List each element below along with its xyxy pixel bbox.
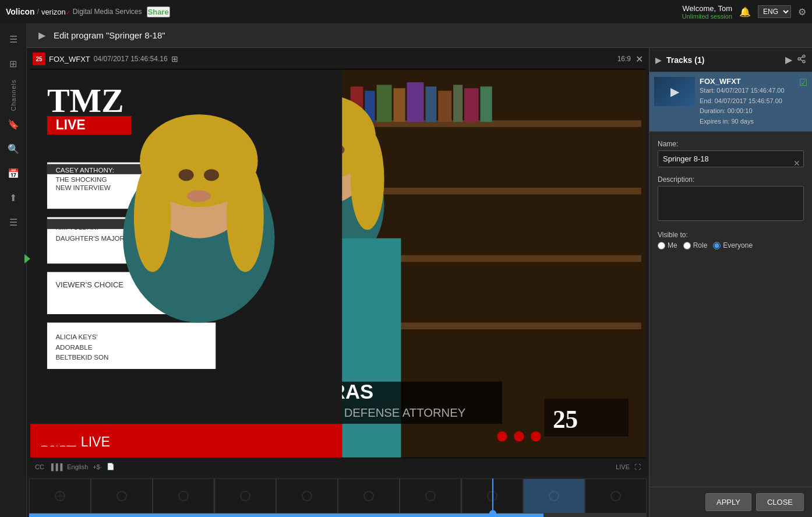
sidebar-item-menu[interactable]: ☰ [2,28,24,50]
settings-icon[interactable]: ⚙ [798,6,806,17]
video-topbar: 25 FOX_WFXT 04/07/2017 15:46:54.16 ⊞ 16:… [30,51,645,66]
lang-label[interactable]: English [67,463,88,470]
tracks-share-button[interactable] [797,54,806,66]
name-input-wrapper: ✕ [658,150,804,175]
svg-text:ALICIA KEYS': ALICIA KEYS' [55,333,97,340]
track-checkbox[interactable]: ☑ [799,77,807,126]
svg-text:THE SHOCKING: THE SHOCKING [55,176,107,183]
sidebar-item-calendar[interactable]: 📅 [2,162,24,184]
timeline-marker[interactable] [492,479,493,514]
radio-role-label[interactable]: Role [683,241,708,249]
fullscreen-icon[interactable]: ⛶ [634,463,641,470]
sidebar-item-search[interactable]: 🔍 [2,138,24,160]
svg-point-75 [803,55,805,57]
form-section: Name: ✕ Description: Visible to: Me [649,132,812,487]
track-item: ▶ FOX_WFXT Start: 04/07/2017 15:46:47.00… [649,72,812,132]
tracks-title: Tracks (1) [666,55,781,65]
bookmark-icon: 🔖 [8,119,19,130]
sidebar: ☰ ⊞ Channels 🔖 🔍 📅 ⬆ ☰ [0,23,27,517]
film-frame [276,479,338,514]
svg-rect-8 [377,85,392,122]
svg-text:25: 25 [553,405,578,433]
sidebar-item-bookmark[interactable]: 🔖 [2,113,24,135]
timeline-progress-fill [29,514,543,517]
aspect-ratio-label: 16:9 [617,55,631,63]
topbar-left: Volicon / verizon✓ Digital Media Service… [6,6,170,17]
track-thumb-play-icon: ▶ [670,85,679,99]
radio-everyone-label[interactable]: Everyone [713,241,753,249]
lang-select[interactable]: ENG [758,5,791,18]
content: ▶ Edit program "Springer 8-18" 25 FOX_WF… [27,23,812,517]
track-expires: Expires in: 90 days [700,117,795,127]
upload-icon: ⬆ [9,192,17,203]
radio-me[interactable] [658,242,665,249]
svg-text:LIVE: LIVE [55,117,85,132]
track-channel-name: FOX_WFXT [700,77,795,86]
video-close-button[interactable]: ✕ [636,54,643,65]
radio-me-label[interactable]: Me [658,241,677,249]
svg-text:ADORABLE: ADORABLE [55,344,92,351]
svg-rect-11 [425,86,436,122]
svg-text:LIVE: LIVE [81,434,110,449]
svg-point-63 [514,431,524,441]
main-container: ☰ ⊞ Channels 🔖 🔍 📅 ⬆ ☰ ▶ Edit program "S… [0,23,812,517]
channel-name: FOX_WFXT [49,55,90,64]
svg-rect-14 [464,88,479,122]
tracks-expand-icon[interactable]: ▶ [655,55,662,65]
apply-button[interactable]: APPLY [705,493,751,511]
svg-point-74 [611,491,620,501]
logo-volicon: Volicon [6,7,35,16]
radio-role[interactable] [683,242,691,249]
sidebar-item-list[interactable]: ☰ [2,211,24,233]
description-textarea[interactable] [658,186,804,221]
logo-slash: / [37,8,39,16]
svg-point-55 [187,190,211,202]
sidebar-item-grid[interactable]: ⊞ [2,52,24,75]
control-bar: CC ▐▐▐ English +$· 📄 LIVE ⛶ [30,460,645,473]
channel-badge: 25 [33,52,45,65]
timeline-progress[interactable] [29,514,647,517]
film-frame [153,479,214,514]
svg-text:NEW INTERVIEW: NEW INTERVIEW [55,184,110,191]
svg-point-68 [241,491,250,501]
name-clear-button[interactable]: ✕ [793,159,800,168]
radio-everyone[interactable] [713,242,721,249]
welcome-text: Welcome, Tom Unlimited session [682,4,732,20]
dollar-label[interactable]: +$· [93,463,102,470]
action-buttons: APPLY CLOSE [649,487,812,517]
svg-point-54 [204,169,219,181]
name-input[interactable] [658,150,804,167]
svg-point-62 [497,431,507,441]
svg-rect-9 [393,88,405,122]
video-section: 25 FOX_WFXT 04/07/2017 15:46:54.16 ⊞ 16:… [27,48,649,517]
share-button[interactable]: Share [147,6,170,17]
channel-expand-icon[interactable]: ⊞ [171,54,178,64]
svg-text:KIM TOLDAR:: KIM TOLDAR: [55,224,98,231]
track-info: FOX_WFXT Start: 04/07/2017 15:46:47.00 E… [700,77,795,126]
edit-play-button[interactable]: ▶ [35,29,49,43]
transcript-icon[interactable]: 📄 [107,463,115,470]
track-end: End: 04/07/2017 15:46:57.00 [700,96,795,107]
svg-point-76 [798,58,800,60]
track-start: Start: 04/07/2017 15:46:47.00 [700,86,795,96]
film-frame [29,479,91,514]
sidebar-item-upload[interactable]: ⬆ [2,187,24,209]
svg-point-70 [364,491,373,501]
svg-line-79 [800,57,803,58]
cc-label[interactable]: CC [35,463,44,470]
channel-logo: 25 FOX_WFXT 04/07/2017 15:46:54.16 ⊞ [33,52,178,65]
close-button[interactable]: CLOSE [756,493,804,511]
film-frame [214,479,276,514]
sidebar-expand-arrow[interactable] [24,254,30,263]
svg-text:CASEY ANTHONY:: CASEY ANTHONY: [55,167,114,174]
visible-to-options: Me Role Everyone [658,241,804,249]
svg-rect-15 [480,86,492,122]
svg-point-20 [351,129,384,230]
track-thumbnail[interactable]: ▶ [654,77,695,106]
video-right: 25 FOX_WFXT 04/07/2017 15:46:54.16 ⊞ 16:… [27,48,812,517]
track-duration: Duration: 00:00:10 [700,106,795,117]
svg-point-66 [117,491,126,501]
tracks-play-button[interactable]: ▶ [785,54,792,65]
signal-icon: ▐▐▐ [49,463,62,470]
notifications-icon[interactable]: 🔔 [739,6,751,17]
